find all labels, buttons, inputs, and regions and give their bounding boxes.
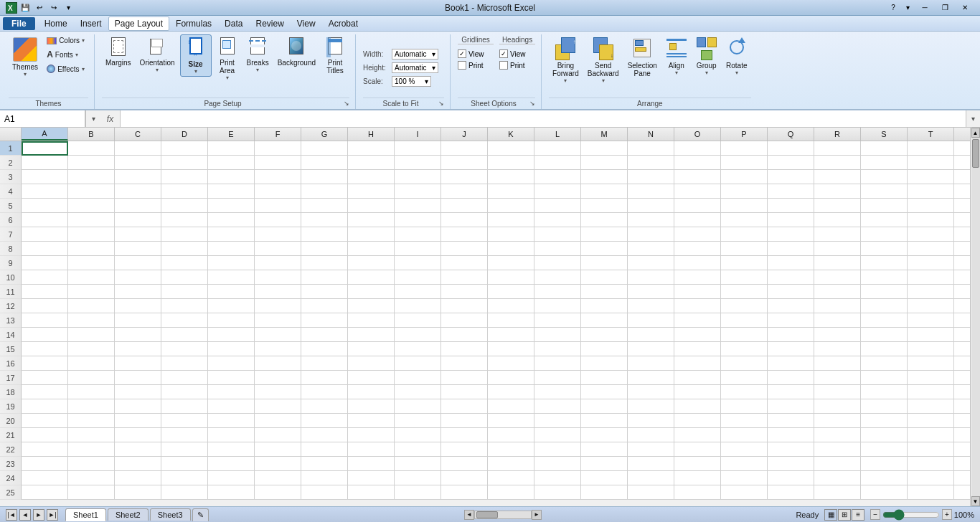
gridlines-print-checkbox[interactable] [458,61,466,70]
cell-R11[interactable] [814,285,861,299]
cell-H14[interactable] [348,328,395,342]
background-button[interactable]: Background [274,34,319,75]
cell-P18[interactable] [721,385,768,399]
cell-U15[interactable] [954,342,970,356]
cell-T10[interactable] [908,270,954,285]
cell-O15[interactable] [674,342,721,356]
cell-S2[interactable] [861,156,908,170]
cell-U19[interactable] [954,399,970,414]
cell-K13[interactable] [488,313,534,328]
cell-N21[interactable] [628,428,674,442]
cell-N2[interactable] [628,156,674,170]
cell-F21[interactable] [255,428,301,442]
cell-E15[interactable] [208,342,255,356]
cell-T24[interactable] [908,471,954,485]
cell-U12[interactable] [954,299,970,313]
cell-L3[interactable] [534,170,581,184]
cell-A9[interactable] [22,256,68,270]
cell-K12[interactable] [488,299,534,313]
cell-C18[interactable] [115,385,161,399]
cell-O3[interactable] [674,170,721,184]
row-num-15[interactable]: 15 [0,342,22,356]
col-header-E[interactable]: E [208,128,255,141]
cell-H22[interactable] [348,442,395,457]
cell-T22[interactable] [908,442,954,457]
cell-C24[interactable] [115,471,161,485]
cell-J7[interactable] [441,227,488,242]
cell-L13[interactable] [534,313,581,328]
cell-I4[interactable] [395,184,441,199]
group-button[interactable]: Group ▾ [692,34,721,78]
cell-T14[interactable] [908,328,954,342]
cell-M2[interactable] [581,156,628,170]
cell-A17[interactable] [22,371,68,385]
cell-J17[interactable] [441,371,488,385]
cell-R24[interactable] [814,471,861,485]
cell-R6[interactable] [814,213,861,227]
cell-D18[interactable] [161,385,208,399]
row-num-13[interactable]: 13 [0,313,22,328]
cell-R10[interactable] [814,270,861,285]
cell-Q5[interactable] [768,199,814,213]
cell-P7[interactable] [721,227,768,242]
row-num-9[interactable]: 9 [0,256,22,270]
cell-F16[interactable] [255,356,301,371]
cell-B1[interactable] [68,141,115,156]
cell-K21[interactable] [488,428,534,442]
cell-G8[interactable] [301,242,348,256]
gridlines-view-checkbox[interactable]: ✓ [458,49,466,58]
cell-U9[interactable] [954,256,970,270]
cell-H11[interactable] [348,285,395,299]
cell-R7[interactable] [814,227,861,242]
cell-F1[interactable] [255,141,301,156]
cell-K1[interactable] [488,141,534,156]
cell-L8[interactable] [534,242,581,256]
cell-H3[interactable] [348,170,395,184]
cell-N24[interactable] [628,471,674,485]
cell-F15[interactable] [255,342,301,356]
cell-M15[interactable] [581,342,628,356]
cell-M12[interactable] [581,299,628,313]
scroll-up-button[interactable]: ▲ [971,128,980,138]
cell-J20[interactable] [441,414,488,428]
cell-K14[interactable] [488,328,534,342]
cell-P6[interactable] [721,213,768,227]
cell-U23[interactable] [954,457,970,471]
row-num-14[interactable]: 14 [0,328,22,342]
close-button[interactable]: ✕ [956,1,974,14]
cell-T8[interactable] [908,242,954,256]
cell-J10[interactable] [441,270,488,285]
cell-E24[interactable] [208,471,255,485]
cell-Q8[interactable] [768,242,814,256]
col-header-R[interactable]: R [814,128,861,141]
cell-K18[interactable] [488,385,534,399]
cell-H19[interactable] [348,399,395,414]
page-break-view-button[interactable]: ≡ [852,509,864,521]
row-num-3[interactable]: 3 [0,170,22,184]
cell-A1[interactable] [22,141,68,156]
cell-Q14[interactable] [768,328,814,342]
cell-E18[interactable] [208,385,255,399]
cell-P19[interactable] [721,399,768,414]
cell-P2[interactable] [721,156,768,170]
cell-G7[interactable] [301,227,348,242]
cell-C9[interactable] [115,256,161,270]
cell-N6[interactable] [628,213,674,227]
cell-M11[interactable] [581,285,628,299]
cell-K25[interactable] [488,485,534,500]
row-num-16[interactable]: 16 [0,356,22,371]
cell-O9[interactable] [674,256,721,270]
cell-S10[interactable] [861,270,908,285]
sheet-nav-prev[interactable]: ◄ [19,509,31,521]
cell-B19[interactable] [68,399,115,414]
cell-H17[interactable] [348,371,395,385]
cell-L12[interactable] [534,299,581,313]
cell-L1[interactable] [534,141,581,156]
align-button[interactable]: Align ▾ [662,34,691,78]
cell-B3[interactable] [68,170,115,184]
cell-S5[interactable] [861,199,908,213]
cell-L9[interactable] [534,256,581,270]
col-header-B[interactable]: B [68,128,115,141]
cell-T6[interactable] [908,213,954,227]
cell-N10[interactable] [628,270,674,285]
